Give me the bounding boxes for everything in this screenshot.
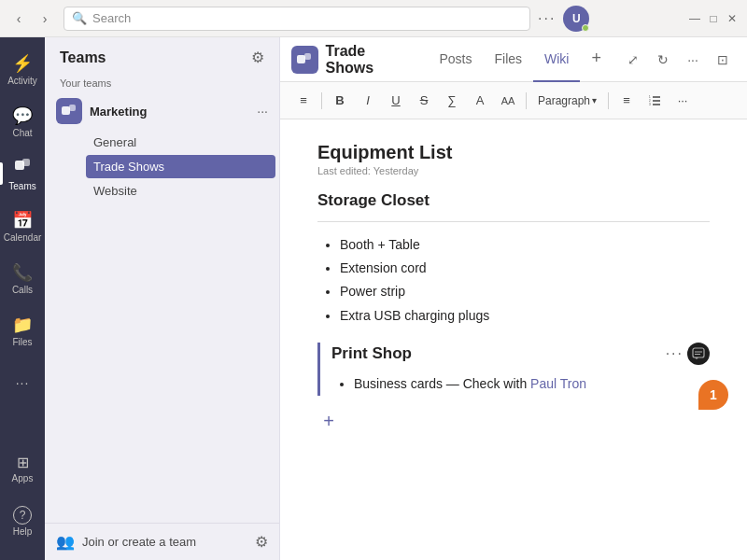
close-button[interactable]: ✕ xyxy=(725,11,740,26)
toolbar-highlight-button[interactable]: A xyxy=(468,89,492,113)
section-divider xyxy=(317,221,710,222)
add-section-button[interactable]: + xyxy=(317,411,340,433)
teams-icon xyxy=(13,156,32,179)
tab-add[interactable]: + xyxy=(580,37,613,82)
search-bar[interactable]: 🔍 Search xyxy=(63,7,530,31)
rail-item-apps[interactable]: ⊞ Apps xyxy=(0,444,45,493)
maximize-button[interactable]: □ xyxy=(706,11,721,26)
svg-rect-2 xyxy=(62,106,70,115)
svg-text:3: 3 xyxy=(649,103,651,106)
files-icon: 📁 xyxy=(12,315,33,335)
rail-item-chat[interactable]: 💬 Chat xyxy=(0,97,45,146)
tab-wiki[interactable]: Wiki xyxy=(533,37,580,82)
comment-badge[interactable] xyxy=(687,343,710,365)
toolbar-divider-2 xyxy=(526,92,527,109)
pop-out-button[interactable]: ⊡ xyxy=(710,47,736,73)
refresh-button[interactable]: ↻ xyxy=(650,47,676,73)
more-button[interactable]: ··· xyxy=(680,47,706,73)
toolbar-bullets-button[interactable]: ≡ xyxy=(614,89,639,113)
content-area: Trade Shows Posts Files Wiki + ⤢ ↻ ··· ⊡… xyxy=(280,37,747,560)
svg-rect-5 xyxy=(304,53,311,60)
toolbar-paragraph-dropdown[interactable]: Paragraph ▾ xyxy=(532,89,602,113)
help-icon: ? xyxy=(13,506,32,525)
header-actions: ⤢ ↻ ··· ⊡ xyxy=(620,47,736,73)
section1-title: Storage Closet xyxy=(317,191,710,210)
content-header: Trade Shows Posts Files Wiki + ⤢ ↻ ··· ⊡ xyxy=(280,37,747,82)
rail-item-calls[interactable]: 📞 Calls xyxy=(0,254,45,302)
list-item: Booth + Table xyxy=(340,233,710,257)
rail-item-more[interactable]: ··· xyxy=(0,358,45,407)
channel-header-icon xyxy=(291,46,318,74)
list-item: Extension cord xyxy=(340,257,710,280)
tab-files[interactable]: Files xyxy=(483,37,533,82)
team-item-marketing[interactable]: Marketing ··· xyxy=(45,92,279,130)
print-shop-section: Print Shop ··· xyxy=(317,343,710,396)
team-icon xyxy=(56,98,82,124)
section-more-button[interactable]: ··· xyxy=(666,345,684,362)
doc-meta: Last edited: Yesterday xyxy=(317,165,710,176)
rail-item-files[interactable]: 📁 Files xyxy=(0,306,45,355)
list-item: Extra USB charging plugs xyxy=(340,304,710,328)
team-more-button[interactable]: ··· xyxy=(257,104,268,119)
channel-list: General Trade Shows Website xyxy=(45,130,279,203)
calls-icon: 📞 xyxy=(12,262,33,283)
activity-icon: ⚡ xyxy=(12,53,33,74)
sidebar: Teams ⚙ Your teams Marketing ··· General… xyxy=(45,37,280,560)
expand-button[interactable]: ⤢ xyxy=(620,47,646,73)
toolbar-formula-button[interactable]: ∑ xyxy=(440,89,464,113)
channel-item-general[interactable]: General xyxy=(86,131,275,154)
left-rail: ⚡ Activity 💬 Chat Teams 📅 Calendar 📞 Cal… xyxy=(0,37,45,560)
doc-title: Equipment List xyxy=(317,142,710,163)
business-cards-text: Business cards — Check with xyxy=(354,376,530,391)
title-bar: ‹ › 🔍 Search ··· U — □ ✕ xyxy=(0,0,747,37)
user-avatar[interactable]: U xyxy=(563,6,589,32)
search-placeholder: Search xyxy=(92,11,131,25)
rail-item-calendar[interactable]: 📅 Calendar xyxy=(0,202,45,250)
section2-title: Print Shop xyxy=(331,344,666,363)
paul-tron-link[interactable]: Paul Tron xyxy=(530,376,586,391)
search-icon: 🔍 xyxy=(72,11,87,25)
toolbar-more-button[interactable]: ··· xyxy=(670,89,695,113)
svg-rect-12 xyxy=(693,348,704,357)
forward-button[interactable]: › xyxy=(34,7,56,30)
channel-header-name: Trade Shows xyxy=(326,43,414,77)
filter-icon[interactable]: ⚙ xyxy=(251,49,264,66)
calendar-icon: 📅 xyxy=(12,210,33,231)
toolbar-align-button[interactable]: ≡ xyxy=(291,89,316,113)
join-team-icon: 👥 xyxy=(56,533,75,551)
channel-item-website[interactable]: Website xyxy=(86,179,275,203)
toolbar-numbered-button[interactable]: 123 xyxy=(642,89,667,113)
editor-content: Equipment List Last edited: Yesterday St… xyxy=(280,119,747,560)
svg-rect-1 xyxy=(22,159,30,166)
toolbar-italic-button[interactable]: I xyxy=(356,89,380,113)
online-indicator xyxy=(582,24,589,32)
more-options-button[interactable]: ··· xyxy=(538,10,556,27)
tab-posts[interactable]: Posts xyxy=(428,37,483,82)
rail-item-activity[interactable]: ⚡ Activity xyxy=(0,45,45,93)
back-button[interactable]: ‹ xyxy=(7,7,30,30)
svg-rect-4 xyxy=(297,55,305,63)
sidebar-footer[interactable]: 👥 Join or create a team ⚙ xyxy=(45,523,279,560)
settings-icon[interactable]: ⚙ xyxy=(255,533,268,551)
channel-item-trade-shows[interactable]: Trade Shows xyxy=(86,155,275,178)
app-body: ⚡ Activity 💬 Chat Teams 📅 Calendar 📞 Cal… xyxy=(0,37,747,560)
rail-item-teams[interactable]: Teams xyxy=(0,149,45,198)
toolbar-fontsize-button[interactable]: AA xyxy=(496,89,520,113)
section1-list: Booth + Table Extension cord Power strip… xyxy=(317,233,710,328)
paragraph-label: Paragraph xyxy=(538,94,590,107)
rail-item-help[interactable]: ? Help xyxy=(0,497,45,545)
join-team-label: Join or create a team xyxy=(82,535,247,549)
notification-bubble[interactable]: 1 xyxy=(698,380,728,410)
toolbar-strikethrough-button[interactable]: S xyxy=(412,89,436,113)
sidebar-section-label: Your teams xyxy=(45,74,279,92)
toolbar-bold-button[interactable]: B xyxy=(328,89,352,113)
minimize-button[interactable]: — xyxy=(687,11,702,26)
toolbar-divider-3 xyxy=(608,92,609,109)
print-shop-header: Print Shop ··· xyxy=(331,343,710,365)
nav-arrows: ‹ › xyxy=(7,7,56,30)
sidebar-title: Teams xyxy=(60,49,106,66)
window-controls: — □ ✕ xyxy=(687,11,740,26)
list-item: Power strip xyxy=(340,280,710,303)
svg-rect-3 xyxy=(69,105,76,111)
toolbar-underline-button[interactable]: U xyxy=(384,89,408,113)
